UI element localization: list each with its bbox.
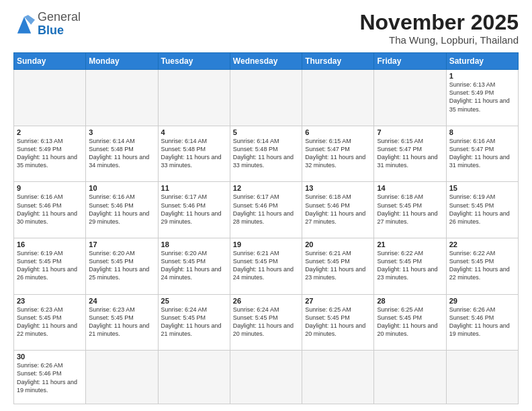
day-info-14: Sunrise: 6:18 AMSunset: 5:45 PMDaylight:… bbox=[377, 193, 443, 226]
day-number-12: 12 bbox=[233, 184, 299, 192]
day-number-10: 10 bbox=[89, 184, 154, 192]
day-number-29: 29 bbox=[449, 297, 515, 305]
header-monday: Monday bbox=[86, 53, 158, 70]
day-number-20: 20 bbox=[305, 240, 371, 248]
calendar-row-5: 23Sunrise: 6:23 AMSunset: 5:45 PMDayligh… bbox=[14, 294, 519, 351]
day-number-2: 2 bbox=[17, 128, 83, 136]
day-number-19: 19 bbox=[233, 240, 299, 248]
calendar-row-1: 1Sunrise: 6:13 AMSunset: 5:49 PMDaylight… bbox=[14, 70, 519, 126]
day-info-30: Sunrise: 6:26 AMSunset: 5:46 PMDaylight:… bbox=[17, 361, 83, 394]
calendar-row-6: 30Sunrise: 6:26 AMSunset: 5:46 PMDayligh… bbox=[14, 351, 519, 404]
day-number-3: 3 bbox=[89, 128, 154, 136]
day-number-23: 23 bbox=[17, 297, 83, 305]
day-info-2: Sunrise: 6:13 AMSunset: 5:49 PMDaylight:… bbox=[17, 137, 83, 170]
day-info-21: Sunrise: 6:22 AMSunset: 5:45 PMDaylight:… bbox=[377, 249, 443, 282]
day-info-1: Sunrise: 6:13 AMSunset: 5:49 PMDaylight:… bbox=[449, 81, 515, 113]
calendar-table: Sunday Monday Tuesday Wednesday Thursday… bbox=[13, 52, 519, 404]
day-number-9: 9 bbox=[17, 184, 83, 192]
month-year: November 2025 bbox=[359, 11, 519, 34]
day-number-8: 8 bbox=[449, 128, 515, 136]
day-info-8: Sunrise: 6:16 AMSunset: 5:47 PMDaylight:… bbox=[449, 137, 515, 170]
day-number-4: 4 bbox=[161, 128, 227, 136]
day-number-16: 16 bbox=[17, 240, 83, 248]
day-number-21: 21 bbox=[377, 240, 443, 248]
calendar-row-2: 2Sunrise: 6:13 AMSunset: 5:49 PMDaylight… bbox=[14, 126, 519, 182]
title-block: November 2025 Tha Wung, Lopburi, Thailan… bbox=[359, 11, 519, 46]
day-info-25: Sunrise: 6:24 AMSunset: 5:45 PMDaylight:… bbox=[161, 306, 227, 338]
calendar-row-4: 16Sunrise: 6:19 AMSunset: 5:45 PMDayligh… bbox=[14, 238, 519, 295]
calendar-row-3: 9Sunrise: 6:16 AMSunset: 5:46 PMDaylight… bbox=[14, 182, 519, 238]
day-number-6: 6 bbox=[305, 128, 371, 136]
day-info-24: Sunrise: 6:23 AMSunset: 5:45 PMDaylight:… bbox=[89, 306, 154, 338]
logo: General Blue bbox=[13, 11, 81, 38]
day-info-12: Sunrise: 6:17 AMSunset: 5:46 PMDaylight:… bbox=[233, 193, 299, 226]
day-info-9: Sunrise: 6:16 AMSunset: 5:46 PMDaylight:… bbox=[17, 193, 83, 226]
day-info-29: Sunrise: 6:26 AMSunset: 5:46 PMDaylight:… bbox=[449, 306, 515, 338]
day-number-11: 11 bbox=[161, 184, 227, 192]
day-number-25: 25 bbox=[161, 297, 227, 305]
day-info-11: Sunrise: 6:17 AMSunset: 5:46 PMDaylight:… bbox=[161, 193, 227, 226]
day-number-15: 15 bbox=[449, 184, 515, 192]
logo-blue: Blue bbox=[38, 24, 64, 37]
day-number-5: 5 bbox=[233, 128, 299, 136]
day-number-26: 26 bbox=[233, 297, 299, 305]
day-info-20: Sunrise: 6:21 AMSunset: 5:45 PMDaylight:… bbox=[305, 249, 371, 282]
page: General Blue November 2025 Tha Wung, Lop… bbox=[0, 0, 532, 411]
header-thursday: Thursday bbox=[302, 53, 374, 70]
header-saturday: Saturday bbox=[446, 53, 518, 70]
day-number-30: 30 bbox=[17, 353, 83, 361]
day-number-27: 27 bbox=[305, 297, 371, 305]
day-number-28: 28 bbox=[377, 297, 443, 305]
day-number-7: 7 bbox=[377, 128, 443, 136]
header-tuesday: Tuesday bbox=[158, 53, 230, 70]
day-info-18: Sunrise: 6:20 AMSunset: 5:45 PMDaylight:… bbox=[161, 249, 227, 282]
day-info-19: Sunrise: 6:21 AMSunset: 5:45 PMDaylight:… bbox=[233, 249, 299, 282]
day-info-28: Sunrise: 6:25 AMSunset: 5:45 PMDaylight:… bbox=[377, 306, 443, 338]
logo-text: General Blue bbox=[38, 11, 81, 38]
day-number-24: 24 bbox=[89, 297, 154, 305]
location: Tha Wung, Lopburi, Thailand bbox=[359, 34, 519, 46]
day-info-17: Sunrise: 6:20 AMSunset: 5:45 PMDaylight:… bbox=[89, 249, 154, 282]
day-info-6: Sunrise: 6:15 AMSunset: 5:47 PMDaylight:… bbox=[305, 137, 371, 170]
day-number-1: 1 bbox=[449, 72, 515, 80]
logo-general: General bbox=[38, 10, 81, 24]
day-number-22: 22 bbox=[449, 240, 515, 248]
day-number-18: 18 bbox=[161, 240, 227, 248]
logo-icon bbox=[13, 15, 35, 34]
day-info-16: Sunrise: 6:19 AMSunset: 5:45 PMDaylight:… bbox=[17, 249, 83, 282]
day-info-22: Sunrise: 6:22 AMSunset: 5:45 PMDaylight:… bbox=[449, 249, 515, 282]
header-wednesday: Wednesday bbox=[230, 53, 302, 70]
header: General Blue November 2025 Tha Wung, Lop… bbox=[13, 11, 519, 46]
day-info-5: Sunrise: 6:14 AMSunset: 5:48 PMDaylight:… bbox=[233, 137, 299, 170]
day-info-13: Sunrise: 6:18 AMSunset: 5:46 PMDaylight:… bbox=[305, 193, 371, 226]
day-number-17: 17 bbox=[89, 240, 154, 248]
weekday-header-row: Sunday Monday Tuesday Wednesday Thursday… bbox=[14, 53, 519, 70]
day-info-3: Sunrise: 6:14 AMSunset: 5:48 PMDaylight:… bbox=[89, 137, 154, 170]
header-sunday: Sunday bbox=[14, 53, 86, 70]
day-number-14: 14 bbox=[377, 184, 443, 192]
header-friday: Friday bbox=[374, 53, 446, 70]
day-info-7: Sunrise: 6:15 AMSunset: 5:47 PMDaylight:… bbox=[377, 137, 443, 170]
day-info-15: Sunrise: 6:19 AMSunset: 5:45 PMDaylight:… bbox=[449, 193, 515, 226]
day-info-27: Sunrise: 6:25 AMSunset: 5:45 PMDaylight:… bbox=[305, 306, 371, 338]
day-info-10: Sunrise: 6:16 AMSunset: 5:46 PMDaylight:… bbox=[89, 193, 154, 226]
day-info-26: Sunrise: 6:24 AMSunset: 5:45 PMDaylight:… bbox=[233, 306, 299, 338]
day-number-13: 13 bbox=[305, 184, 371, 192]
day-info-4: Sunrise: 6:14 AMSunset: 5:48 PMDaylight:… bbox=[161, 137, 227, 170]
day-info-23: Sunrise: 6:23 AMSunset: 5:45 PMDaylight:… bbox=[17, 306, 83, 338]
